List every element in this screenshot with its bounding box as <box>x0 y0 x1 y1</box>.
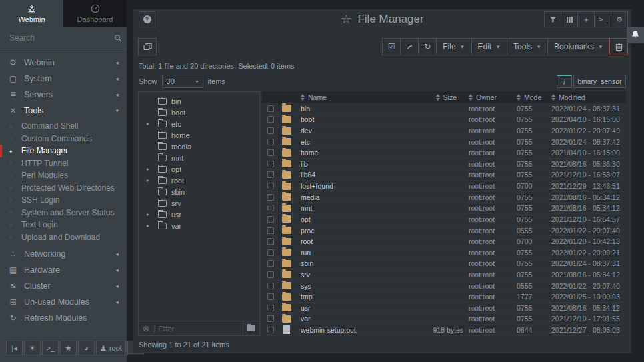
collapse-button[interactable]: |◂ <box>6 341 23 355</box>
cell-name[interactable]: lib <box>301 160 402 168</box>
column-header-name[interactable]: Name <box>301 93 402 101</box>
table-row-tmp[interactable]: tmproot:root17772022/01/25 - 10:00:03 <box>262 291 626 303</box>
tree-item-root[interactable]: ▸root <box>139 175 259 186</box>
export-button[interactable]: ↗ <box>400 38 419 55</box>
tree-item-boot[interactable]: boot <box>139 107 259 118</box>
row-checkbox[interactable] <box>267 283 274 289</box>
row-checkbox[interactable] <box>267 194 274 201</box>
cell-name[interactable]: lib64 <box>301 171 402 179</box>
tree-item-srv[interactable]: srv <box>139 197 259 209</box>
sidebar-item-webmin[interactable]: ⚙Webmin◂ <box>0 55 127 71</box>
menu-tools-button[interactable]: Tools▼ <box>507 38 548 55</box>
cell-name[interactable]: webmin-setup.out <box>301 326 402 334</box>
sidebar-item-system-and-server-status[interactable]: ○System and Server Status <box>0 207 127 219</box>
sidebar-item-cluster[interactable]: ≋Cluster◂ <box>0 278 127 294</box>
cell-name[interactable]: usr <box>301 304 402 312</box>
table-row-webmin-setup-out[interactable]: webmin-setup.out918 bytesroot:root064420… <box>262 325 626 336</box>
cell-name[interactable]: opt <box>301 215 402 223</box>
cell-name[interactable]: sbin <box>301 259 402 267</box>
sidebar-item-hardware[interactable]: ▦Hardware◂ <box>0 262 127 278</box>
user-button[interactable]: ♟root <box>96 341 126 355</box>
row-checkbox[interactable] <box>267 149 274 156</box>
cell-name[interactable]: dev <box>301 127 402 135</box>
sidebar-item-custom-commands[interactable]: ○Custom Commands <box>0 133 127 145</box>
sidebar-item-un-used-modules[interactable]: ⊞Un-used Modules◂ <box>0 294 127 310</box>
row-checkbox[interactable] <box>267 315 274 322</box>
menu-bookmarks-button[interactable]: Bookmarks▼ <box>547 38 610 55</box>
table-row-lost-found[interactable]: lost+foundroot:root07002021/12/29 - 13:4… <box>262 181 626 192</box>
path-segment-input[interactable]: binary_sensor <box>573 75 626 88</box>
tree-item-bin[interactable]: bin <box>139 95 259 107</box>
sidebar-item-text-login[interactable]: ○Text Login <box>0 219 127 231</box>
column-header-modified[interactable]: Modified <box>551 93 626 101</box>
clear-filter-icon[interactable]: ⊗ <box>143 324 149 333</box>
cell-name[interactable]: lost+found <box>301 182 402 190</box>
row-checkbox[interactable] <box>267 305 274 311</box>
sidebar-item-perl-modules[interactable]: ○Perl Modules <box>0 169 127 182</box>
row-checkbox[interactable] <box>267 139 274 145</box>
cell-name[interactable]: media <box>301 193 402 201</box>
row-checkbox[interactable] <box>267 327 274 333</box>
table-row-sbin[interactable]: sbinroot:root07552022/01/24 - 08:37:31 <box>262 259 626 270</box>
cell-name[interactable]: root <box>301 237 402 245</box>
row-checkbox[interactable] <box>267 127 274 134</box>
columns-button[interactable] <box>561 11 578 27</box>
table-row-mnt[interactable]: mntroot:root07552021/08/16 - 05:34:12 <box>262 203 626 214</box>
tree-item-var[interactable]: ▸var <box>139 220 259 231</box>
row-checkbox[interactable] <box>267 105 274 112</box>
row-checkbox[interactable] <box>267 183 274 189</box>
sidebar-item-tools[interactable]: ✕Tools▾ <box>0 103 127 119</box>
path-root-button[interactable]: / <box>557 75 572 88</box>
table-row-dev[interactable]: devroot:root07552022/01/22 - 20:07:49 <box>262 125 626 137</box>
help-button[interactable]: ? <box>139 11 155 27</box>
expand-arrow-icon[interactable]: ▸ <box>147 121 153 127</box>
row-checkbox[interactable] <box>267 227 274 234</box>
tree-item-etc[interactable]: ▸etc <box>139 118 259 129</box>
row-checkbox[interactable] <box>267 271 274 278</box>
expand-arrow-icon[interactable]: ▸ <box>147 177 153 183</box>
tree-item-opt[interactable]: ▸opt <box>139 163 259 175</box>
menu-edit-button[interactable]: Edit▼ <box>471 38 508 55</box>
expand-arrow-icon[interactable]: ▸ <box>147 166 153 172</box>
favorite-star-icon[interactable]: ☆ <box>341 13 351 26</box>
table-row-opt[interactable]: optroot:root07552021/12/10 - 16:54:57 <box>262 214 626 225</box>
delete-button[interactable] <box>609 38 628 55</box>
sidebar-item-file-manager[interactable]: ●File Manager <box>0 145 127 157</box>
table-row-var[interactable]: varroot:root07552021/12/10 - 17:01:55 <box>262 314 626 325</box>
search-input[interactable] <box>8 33 114 43</box>
table-row-home[interactable]: homeroot:root07552021/04/10 - 16:15:00 <box>262 147 626 159</box>
row-checkbox[interactable] <box>267 293 274 300</box>
show-items-select[interactable]: 30 ▾ <box>162 75 203 88</box>
row-checkbox[interactable] <box>267 260 274 267</box>
add-button[interactable]: ＋ <box>577 11 595 27</box>
table-row-srv[interactable]: srvroot:root07552021/08/16 - 05:34:12 <box>262 269 626 281</box>
row-checkbox[interactable] <box>267 161 274 167</box>
terminal-button[interactable]: >_ <box>594 11 611 27</box>
column-header-owner[interactable]: Owner <box>469 93 517 101</box>
table-row-proc[interactable]: procroot:root05552022/01/22 - 20:07:40 <box>262 225 626 237</box>
tab-dashboard[interactable]: Dashboard <box>63 0 127 27</box>
sidebar-item-http-tunnel[interactable]: ○HTTP Tunnel <box>0 157 127 170</box>
search-icon[interactable] <box>114 34 122 42</box>
cell-name[interactable]: etc <box>301 138 402 146</box>
tab-webmin[interactable]: Webmin <box>0 0 63 27</box>
cell-name[interactable]: srv <box>301 271 402 279</box>
table-row-run[interactable]: runroot:root07552022/01/22 - 20:09:21 <box>262 247 626 259</box>
notifications-bell[interactable] <box>627 27 644 43</box>
table-row-media[interactable]: mediaroot:root07552021/08/16 - 05:34:12 <box>262 192 626 203</box>
choose-directory-button[interactable] <box>243 321 259 335</box>
tree-item-home[interactable]: home <box>139 129 259 141</box>
menu-file-button[interactable]: File▼ <box>436 38 471 55</box>
refresh-button[interactable]: ↻ <box>418 38 437 55</box>
row-checkbox[interactable] <box>267 205 274 211</box>
expand-arrow-icon[interactable]: ▸ <box>147 211 153 217</box>
sidebar-item-upload-and-download[interactable]: ○Upload and Download <box>0 231 127 244</box>
tree-item-sbin[interactable]: sbin <box>139 186 259 197</box>
sidebar-item-command-shell[interactable]: ○Command Shell <box>0 120 127 133</box>
tree-filter-input[interactable] <box>157 324 243 333</box>
table-row-bin[interactable]: binroot:root07552022/01/24 - 08:37:31 <box>262 103 626 115</box>
tree-item-mnt[interactable]: mnt <box>139 152 259 163</box>
row-checkbox[interactable] <box>267 216 274 223</box>
cell-name[interactable]: mnt <box>301 204 402 212</box>
table-row-lib64[interactable]: lib64root:root07552021/12/10 - 16:53:07 <box>262 170 626 181</box>
